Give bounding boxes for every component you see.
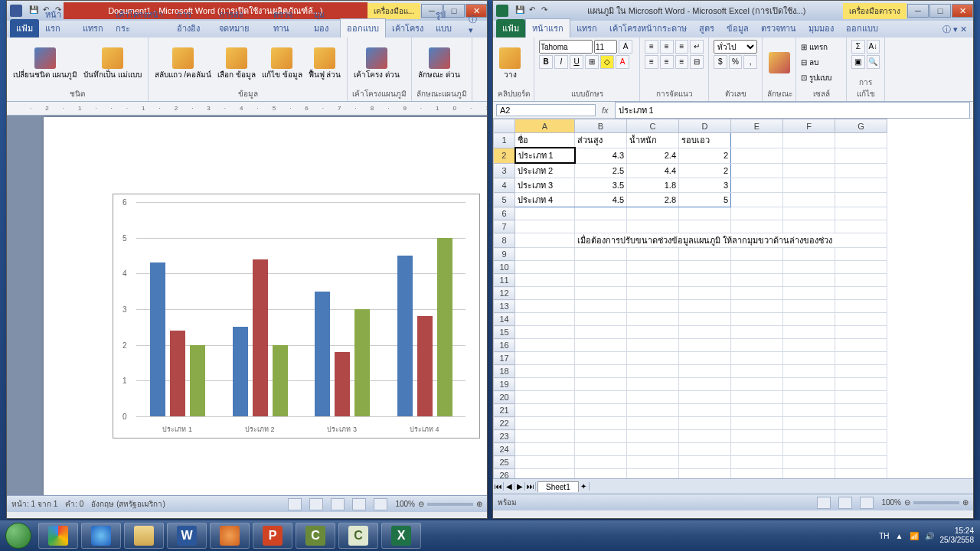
percent-button[interactable]: % bbox=[729, 55, 743, 69]
zoom-level[interactable]: 100% bbox=[395, 500, 415, 508]
formula-input[interactable]: ประเภท 1 bbox=[615, 102, 970, 119]
chart-bar[interactable] bbox=[417, 316, 433, 416]
grow-font-button[interactable]: A bbox=[619, 40, 632, 54]
bold-button[interactable]: B bbox=[539, 55, 553, 69]
fill-button[interactable]: ▣ bbox=[851, 55, 865, 69]
new-sheet-button[interactable]: ✦ bbox=[579, 482, 590, 491]
insert-cells-button[interactable]: ⊞ แทรก bbox=[801, 41, 828, 53]
refresh-data-button[interactable]: ฟื้นฟู ล่วน bbox=[307, 39, 343, 87]
sheet-nav-prev[interactable]: ◀ bbox=[504, 482, 514, 491]
status-page[interactable]: หน้า: 1 จาก 1 bbox=[11, 498, 57, 510]
help-icon[interactable]: ⓘ ▾ bbox=[462, 11, 487, 37]
view-page-break[interactable] bbox=[860, 497, 874, 509]
fx-icon[interactable]: fx bbox=[596, 106, 615, 115]
word-context-tab[interactable]: เครื่องมือแ... bbox=[368, 3, 420, 19]
worksheet-area[interactable]: ABCDEFG1ชื่อส่วนสูงน้ำหนักรอบเอว2ประเภท … bbox=[493, 119, 973, 478]
chart-plot-area[interactable]: 0123456 bbox=[136, 202, 466, 416]
align-left-button[interactable]: ≡ bbox=[645, 55, 658, 69]
find-button[interactable]: 🔍 bbox=[867, 55, 880, 69]
start-button[interactable] bbox=[0, 520, 37, 551]
chart-bar[interactable] bbox=[315, 292, 330, 416]
qat-undo-icon[interactable]: ↶ bbox=[527, 5, 537, 16]
zoom-slider[interactable] bbox=[913, 501, 959, 504]
sheet-nav-next[interactable]: ▶ bbox=[514, 482, 525, 491]
chart-bar[interactable] bbox=[150, 262, 165, 416]
document-page[interactable]: 0123456 ประเภท 1ประเภท 2ประเภท 3ประเภท 4 bbox=[44, 117, 487, 495]
chart-bar[interactable] bbox=[437, 238, 452, 416]
view-web[interactable] bbox=[331, 498, 345, 510]
edit-data-button[interactable]: แก้ไข ข้อมูล bbox=[260, 39, 304, 87]
tray-clock[interactable]: 15:24 25/3/2558 bbox=[940, 527, 975, 545]
number-format-select[interactable]: ทั่วไป bbox=[714, 40, 757, 54]
zoom-level[interactable]: 100% bbox=[881, 498, 901, 507]
tab-ref[interactable]: การอ้างอิง bbox=[171, 5, 213, 37]
close-button[interactable]: ✕ bbox=[952, 4, 973, 18]
align-top-button[interactable]: ≡ bbox=[645, 40, 658, 54]
view-outline[interactable] bbox=[352, 498, 366, 510]
tab-home[interactable]: หน้าแรก bbox=[525, 18, 570, 37]
status-words[interactable]: คำ: 0 bbox=[65, 498, 83, 510]
zoom-out-button[interactable]: ⊖ bbox=[904, 498, 910, 507]
tab-home[interactable]: หน้าแรก bbox=[39, 5, 77, 37]
chart-bar[interactable] bbox=[354, 309, 370, 416]
format-cells-button[interactable]: ⊡ รูปแบบ bbox=[801, 72, 831, 83]
taskbar-powerpoint[interactable]: P bbox=[253, 523, 292, 549]
wrap-text-button[interactable]: ↵ bbox=[690, 40, 704, 54]
tab-layout[interactable]: เค้าโครงหน้ากระดาษ bbox=[603, 19, 693, 37]
status-lang[interactable]: อังกฤษ (สหรัฐอเมริกา) bbox=[91, 498, 165, 510]
zoom-in-button[interactable]: ⊕ bbox=[962, 498, 969, 507]
tab-design[interactable]: ออกแบบ bbox=[340, 18, 386, 37]
italic-button[interactable]: I bbox=[554, 55, 568, 69]
tray-network-icon[interactable]: 📶 bbox=[910, 532, 919, 540]
underline-button[interactable]: U bbox=[570, 55, 583, 69]
taskbar-media[interactable] bbox=[210, 523, 250, 549]
taskbar-explorer[interactable] bbox=[124, 523, 164, 549]
view-draft[interactable] bbox=[374, 498, 387, 510]
chart-bar[interactable] bbox=[233, 327, 248, 416]
tab-file[interactable]: แฟ้ม bbox=[496, 19, 525, 37]
change-chart-type-button[interactable]: เปลี่ยนชนิด แผนภูมิ bbox=[11, 39, 79, 87]
chart-object[interactable]: 0123456 ประเภท 1ประเภท 2ประเภท 3ประเภท 4 bbox=[113, 194, 480, 439]
word-document-area[interactable]: ·2·1···1·2·3·4·5·6·7·8·9·10·11·12·13 012… bbox=[7, 102, 487, 495]
delete-cells-button[interactable]: ⊟ ลบ bbox=[801, 57, 818, 68]
tab-layout2[interactable]: เค้าโครง bbox=[386, 19, 430, 37]
tray-flag-icon[interactable]: ▲ bbox=[896, 532, 903, 540]
font-color-button[interactable]: A bbox=[616, 55, 629, 69]
qat-redo-icon[interactable]: ↷ bbox=[539, 5, 550, 16]
chart-bar[interactable] bbox=[397, 256, 413, 416]
tab-data[interactable]: ข้อมูล bbox=[720, 19, 755, 37]
chart-bar[interactable] bbox=[273, 345, 288, 416]
taskbar-camtasia[interactable]: C bbox=[296, 523, 335, 549]
name-box[interactable]: A2 bbox=[496, 104, 596, 116]
qat-save-icon[interactable]: 💾 bbox=[514, 5, 525, 16]
tab-review[interactable]: ตรวจทาน bbox=[755, 19, 802, 37]
view-reading[interactable] bbox=[309, 498, 323, 510]
maximize-button[interactable]: □ bbox=[929, 4, 951, 18]
chart-bar[interactable] bbox=[253, 259, 268, 416]
tab-design[interactable]: ออกแบบ bbox=[840, 19, 884, 37]
align-right-button[interactable]: ≡ bbox=[675, 55, 689, 69]
quick-layout-button[interactable]: เค้าโครง ด่วน bbox=[352, 39, 401, 87]
font-size-input[interactable] bbox=[594, 40, 617, 54]
tab-review[interactable]: ตรวจทาน bbox=[267, 5, 308, 37]
switch-row-col-button[interactable]: สลับแถว /คอลัมน์ bbox=[153, 39, 214, 87]
tab-formulas[interactable]: สูตร bbox=[693, 19, 720, 37]
tray-volume-icon[interactable]: 🔊 bbox=[925, 532, 934, 540]
autosum-button[interactable]: Σ bbox=[851, 40, 865, 54]
tab-view[interactable]: มุมมอง bbox=[308, 5, 340, 37]
spreadsheet-grid[interactable]: ABCDEFG1ชื่อส่วนสูงน้ำหนักรอบเอว2ประเภท … bbox=[493, 119, 887, 478]
tab-view[interactable]: มุมมอง bbox=[802, 19, 840, 37]
comma-button[interactable]: , bbox=[743, 55, 757, 69]
currency-button[interactable]: $ bbox=[714, 55, 727, 69]
sheet-tab[interactable]: Sheet1 bbox=[537, 481, 579, 492]
chart-bar[interactable] bbox=[190, 345, 205, 416]
chart-bar[interactable] bbox=[170, 331, 185, 416]
align-center-button[interactable]: ≡ bbox=[660, 55, 674, 69]
taskbar[interactable]: W P C C X TH ▲ 📶 🔊 15:24 25/3/2558 bbox=[0, 520, 980, 551]
tab-format[interactable]: รูปแบบ bbox=[430, 5, 462, 37]
sheet-nav-last[interactable]: ⏭ bbox=[525, 482, 536, 491]
zoom-slider[interactable] bbox=[427, 503, 473, 506]
chart-bar[interactable] bbox=[335, 352, 350, 416]
taskbar-chrome[interactable] bbox=[38, 523, 78, 549]
taskbar-app[interactable]: C bbox=[338, 523, 378, 549]
